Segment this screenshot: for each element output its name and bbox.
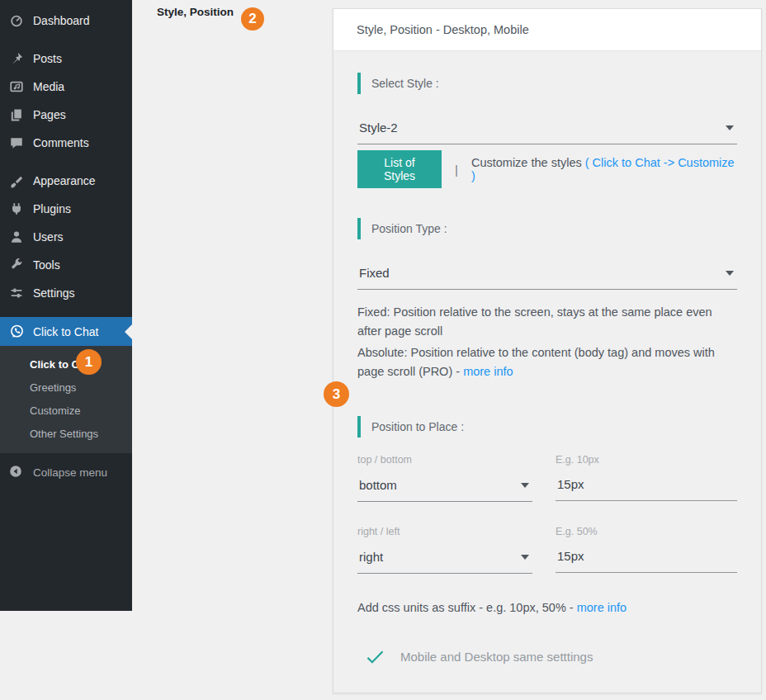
top-bottom-label: top / bottom [357, 454, 532, 466]
panel-header-title: Style, Position - Desktop, Mobile [357, 23, 529, 36]
sidebar-item-comments[interactable]: Comments [0, 129, 132, 157]
panel-header: Style, Position - Desktop, Mobile [333, 9, 761, 51]
top-bottom-select[interactable]: bottom [357, 473, 532, 502]
sidebar-item-plugins[interactable]: Plugins [0, 195, 132, 223]
sidebar-item-pages[interactable]: Pages [0, 101, 132, 129]
pages-icon [8, 106, 25, 123]
chevron-down-icon [521, 483, 529, 488]
collapse-menu-button[interactable]: Collapse menu [0, 458, 132, 486]
sidebar-item-label: Users [33, 230, 64, 244]
user-icon [8, 229, 25, 245]
sliders-icon [8, 285, 25, 301]
submenu-item-customize[interactable]: Customize [0, 399, 132, 422]
sidebar-item-label: Plugins [33, 202, 71, 215]
sidebar-item-media[interactable]: Media [0, 73, 132, 101]
position-type-select[interactable]: Fixed [357, 261, 737, 290]
help-absolute-text: Absolute: Position relative to the conte… [357, 343, 737, 381]
whatsapp-icon [8, 324, 25, 340]
sidebar-item-label: Media [33, 80, 64, 93]
sidebar-item-posts[interactable]: Posts [0, 45, 132, 73]
submenu-item-click-to-chat[interactable]: Click to Chat [0, 352, 132, 376]
collapse-menu-label: Collapse menu [33, 466, 107, 479]
style-select[interactable]: Style-2 [357, 116, 737, 144]
plug-icon [8, 201, 25, 217]
more-info-link[interactable]: more info [577, 601, 627, 614]
admin-sidebar: Dashboard Posts Media Pages [0, 0, 132, 611]
sidebar-item-click-to-chat[interactable]: Click to Chat [0, 317, 132, 346]
position-type-select-value: Fixed [359, 266, 390, 280]
submenu-item-greetings[interactable]: Greetings [0, 376, 132, 399]
same-settings-label: Mobile and Desktop same setttings [400, 650, 593, 664]
style-position-panel: Style, Position - Desktop, Mobile Select… [333, 8, 762, 693]
right-left-hint-label: E.g. 50% [556, 526, 737, 537]
right-left-select[interactable]: right [357, 545, 532, 574]
sidebar-item-label: Click to Chat [33, 325, 98, 338]
pushpin-icon [8, 50, 25, 67]
sidebar-item-label: Appearance [33, 174, 96, 187]
chevron-down-icon [521, 555, 529, 560]
sidebar-item-label: Tools [33, 258, 60, 272]
more-info-link[interactable]: more info [463, 365, 513, 378]
page-title: Style, Position [157, 6, 234, 18]
right-left-label: right / left [357, 526, 532, 537]
sidebar-item-dashboard[interactable]: Dashboard [0, 7, 132, 35]
position-type-help: Fixed: Position relative to the screen, … [357, 303, 737, 381]
brush-icon [8, 173, 25, 189]
css-units-note: Add css units as suffix - e.g. 10px, 50%… [357, 601, 737, 614]
right-left-select-value: right [359, 550, 383, 564]
style-select-value: Style-2 [359, 121, 398, 135]
right-left-value-input[interactable] [556, 545, 737, 573]
teal-accent-bar [357, 416, 361, 438]
chevron-down-icon [726, 271, 734, 276]
comment-icon [8, 135, 25, 151]
top-bottom-select-value: bottom [359, 478, 397, 492]
position-to-place-label: Position to Place : [357, 416, 737, 438]
select-style-label: Select Style : [357, 73, 737, 94]
checkbox-checked-icon[interactable] [364, 646, 386, 668]
help-fixed-text: Fixed: Position relative to the screen, … [357, 303, 737, 341]
sidebar-item-label: Pages [33, 108, 66, 121]
wordpress-admin-screen: Dashboard Posts Media Pages [0, 0, 766, 700]
step-badge-2: 2 [241, 7, 264, 31]
sidebar-item-tools[interactable]: Tools [0, 251, 132, 279]
submenu-item-label: Other Settings [30, 428, 98, 440]
click-to-chat-submenu: Click to Chat Greetings Customize Other … [0, 346, 132, 453]
sidebar-item-appearance[interactable]: Appearance [0, 167, 132, 195]
submenu-item-other-settings[interactable]: Other Settings [0, 422, 132, 445]
submenu-item-label: Greetings [30, 381, 76, 394]
list-of-styles-button[interactable]: List of Styles [357, 150, 442, 188]
dashboard-icon [8, 12, 25, 29]
submenu-item-label: Customize [30, 404, 80, 417]
sidebar-item-users[interactable]: Users [0, 223, 132, 251]
teal-accent-bar [357, 73, 361, 94]
same-settings-row: Mobile and Desktop same setttings [357, 646, 737, 668]
step-badge-3: 3 [324, 381, 349, 407]
wrench-icon [8, 257, 25, 273]
top-bottom-value-input[interactable] [556, 473, 737, 501]
sidebar-item-label: Dashboard [33, 14, 90, 27]
menu-separator [0, 157, 132, 167]
menu-separator [0, 35, 132, 45]
customize-styles-text: Customize the styles ( Click to Chat -> … [471, 156, 737, 182]
chevron-down-icon [726, 125, 734, 130]
active-menu-arrow [125, 324, 132, 339]
position-type-label: Position Type : [357, 218, 737, 239]
menu-separator [0, 307, 132, 317]
sidebar-item-label: Settings [33, 286, 75, 300]
sidebar-item-settings[interactable]: Settings [0, 279, 132, 307]
collapse-arrow-icon [8, 464, 25, 480]
top-bottom-hint-label: E.g. 10px [556, 454, 737, 466]
sidebar-item-label: Comments [33, 136, 89, 149]
media-icon [8, 78, 25, 95]
step-badge-1: 1 [76, 349, 102, 375]
sidebar-item-label: Posts [33, 52, 62, 65]
divider: | [455, 163, 458, 177]
teal-accent-bar [357, 218, 361, 239]
